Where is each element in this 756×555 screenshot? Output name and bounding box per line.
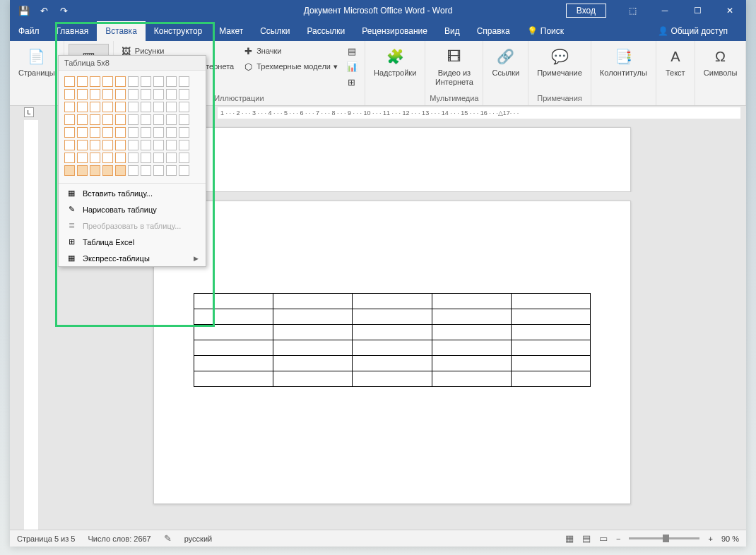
vertical-ruler[interactable] bbox=[24, 120, 38, 530]
zoom-in-icon[interactable]: + bbox=[708, 535, 712, 543]
grid-cell[interactable] bbox=[141, 165, 151, 176]
grid-cell[interactable] bbox=[77, 165, 88, 176]
grid-cell[interactable] bbox=[115, 89, 126, 100]
smartart-button[interactable]: ▤ bbox=[343, 44, 360, 58]
status-page[interactable]: Страница 5 из 5 bbox=[17, 535, 75, 543]
grid-cell[interactable] bbox=[77, 140, 88, 150]
grid-cell[interactable] bbox=[141, 127, 151, 138]
grid-cell[interactable] bbox=[102, 153, 113, 163]
pages-button[interactable]: 📄 Страницы bbox=[14, 44, 59, 80]
zoom-level[interactable]: 90 % bbox=[721, 535, 739, 543]
grid-cell[interactable] bbox=[77, 153, 88, 163]
addins-button[interactable]: 🧩 Надстройки bbox=[370, 44, 420, 80]
grid-cell[interactable] bbox=[77, 127, 88, 138]
grid-cell[interactable] bbox=[128, 102, 138, 112]
share-button[interactable]: 👤 Общий доступ bbox=[649, 26, 736, 36]
grid-cell[interactable] bbox=[90, 140, 100, 150]
grid-cell[interactable] bbox=[115, 127, 126, 138]
tab-design[interactable]: Конструктор bbox=[146, 21, 211, 41]
web-layout-icon[interactable]: ▭ bbox=[599, 533, 608, 544]
table-size-grid[interactable] bbox=[59, 71, 206, 181]
grid-cell[interactable] bbox=[64, 114, 75, 125]
links-button[interactable]: 🔗 Ссылки bbox=[488, 44, 524, 80]
headers-button[interactable]: 📑 Колонтитулы bbox=[596, 44, 651, 80]
symbols-button[interactable]: Ω Символы bbox=[699, 44, 742, 80]
page-current[interactable] bbox=[153, 201, 631, 504]
grid-cell[interactable] bbox=[153, 76, 164, 87]
grid-cell[interactable] bbox=[166, 114, 177, 125]
tab-references[interactable]: Ссылки bbox=[252, 21, 298, 41]
grid-cell[interactable] bbox=[179, 76, 189, 87]
status-word-count[interactable]: Число слов: 2667 bbox=[88, 535, 150, 543]
grid-cell[interactable] bbox=[179, 102, 189, 112]
grid-cell[interactable] bbox=[166, 140, 177, 150]
grid-cell[interactable] bbox=[179, 127, 189, 138]
grid-cell[interactable] bbox=[115, 165, 126, 176]
grid-cell[interactable] bbox=[115, 102, 126, 112]
grid-cell[interactable] bbox=[141, 102, 151, 112]
grid-cell[interactable] bbox=[77, 102, 88, 112]
grid-cell[interactable] bbox=[153, 153, 164, 163]
grid-cell[interactable] bbox=[128, 114, 138, 125]
tab-insert[interactable]: Вставка bbox=[97, 21, 146, 41]
proofing-icon[interactable]: ✎ bbox=[164, 533, 172, 544]
grid-cell[interactable] bbox=[115, 140, 126, 150]
save-icon[interactable]: 💾 bbox=[18, 5, 30, 16]
grid-cell[interactable] bbox=[64, 102, 75, 112]
grid-cell[interactable] bbox=[102, 127, 113, 138]
grid-cell[interactable] bbox=[90, 102, 100, 112]
tab-mailings[interactable]: Рассылки bbox=[298, 21, 353, 41]
grid-cell[interactable] bbox=[128, 76, 138, 87]
excel-table-menuitem[interactable]: ⊞Таблица Excel bbox=[59, 234, 206, 250]
grid-cell[interactable] bbox=[153, 165, 164, 176]
text-button[interactable]: A Текст bbox=[661, 44, 690, 80]
online-video-button[interactable]: 🎞 Видео из Интернета bbox=[430, 44, 478, 90]
grid-cell[interactable] bbox=[64, 153, 75, 163]
grid-cell[interactable] bbox=[153, 114, 164, 125]
grid-cell[interactable] bbox=[90, 127, 100, 138]
grid-cell[interactable] bbox=[153, 140, 164, 150]
grid-cell[interactable] bbox=[128, 153, 138, 163]
search-box[interactable]: 💡 Поиск bbox=[519, 21, 572, 41]
grid-cell[interactable] bbox=[141, 89, 151, 100]
grid-cell[interactable] bbox=[141, 114, 151, 125]
print-layout-icon[interactable]: ▤ bbox=[582, 533, 591, 544]
status-language[interactable]: русский bbox=[184, 535, 212, 543]
grid-cell[interactable] bbox=[115, 76, 126, 87]
3d-models-button[interactable]: ⬡Трехмерные модели ▾ bbox=[240, 59, 341, 73]
insert-table-menuitem[interactable]: ▦Вставить таблицу... bbox=[59, 185, 206, 201]
close-icon[interactable]: ✕ bbox=[714, 0, 746, 21]
read-mode-icon[interactable]: ▦ bbox=[565, 533, 574, 544]
grid-cell[interactable] bbox=[141, 76, 151, 87]
grid-cell[interactable] bbox=[90, 114, 100, 125]
grid-cell[interactable] bbox=[128, 140, 138, 150]
grid-cell[interactable] bbox=[166, 89, 177, 100]
inserted-table[interactable] bbox=[194, 293, 591, 387]
grid-cell[interactable] bbox=[102, 165, 113, 176]
grid-cell[interactable] bbox=[102, 102, 113, 112]
icons-button[interactable]: ✚Значки bbox=[240, 44, 341, 58]
grid-cell[interactable] bbox=[179, 153, 189, 163]
grid-cell[interactable] bbox=[128, 89, 138, 100]
grid-cell[interactable] bbox=[64, 140, 75, 150]
tab-file[interactable]: Файл bbox=[10, 21, 48, 41]
grid-cell[interactable] bbox=[90, 89, 100, 100]
grid-cell[interactable] bbox=[102, 76, 113, 87]
grid-cell[interactable] bbox=[90, 153, 100, 163]
grid-cell[interactable] bbox=[141, 153, 151, 163]
grid-cell[interactable] bbox=[166, 76, 177, 87]
grid-cell[interactable] bbox=[77, 76, 88, 87]
grid-cell[interactable] bbox=[64, 165, 75, 176]
undo-icon[interactable]: ↶ bbox=[38, 5, 49, 16]
grid-cell[interactable] bbox=[153, 89, 164, 100]
ruler-corner[interactable]: L bbox=[24, 107, 34, 117]
login-button[interactable]: Вход bbox=[566, 4, 606, 18]
screenshot-button[interactable]: ⊞ bbox=[343, 75, 360, 89]
grid-cell[interactable] bbox=[64, 89, 75, 100]
minimize-icon[interactable]: ─ bbox=[649, 0, 681, 21]
redo-icon[interactable]: ↷ bbox=[58, 5, 69, 16]
ribbon-display-icon[interactable]: ⬚ bbox=[616, 0, 649, 21]
grid-cell[interactable] bbox=[64, 127, 75, 138]
quick-tables-menuitem[interactable]: ▦Экспресс-таблицы▶ bbox=[59, 250, 206, 266]
draw-table-menuitem[interactable]: ✎Нарисовать таблицу bbox=[59, 201, 206, 217]
